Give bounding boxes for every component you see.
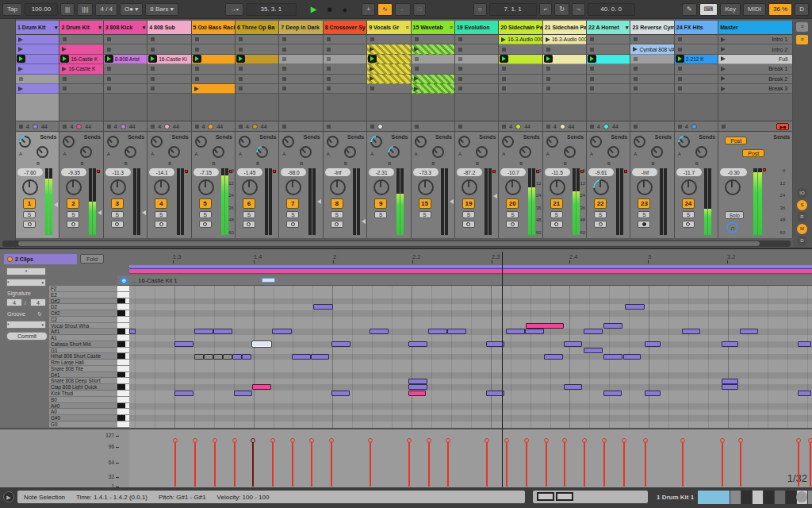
clip-slot[interactable] (104, 44, 147, 54)
volume-slider-handle[interactable] (362, 219, 366, 224)
clip-slot[interactable] (192, 75, 235, 84)
draw-selection-button[interactable]: □ (413, 3, 427, 16)
track-activator-button[interactable]: 5 (199, 198, 212, 209)
midi-note[interactable] (311, 354, 329, 360)
velocity-stem[interactable] (174, 442, 176, 487)
pan-knob[interactable] (593, 179, 609, 195)
clip-slot[interactable]: 16-3-Audio 0002 (499, 35, 542, 44)
io-overview-icon[interactable]: ≡ (796, 35, 808, 44)
send-a-knob[interactable] (546, 136, 558, 148)
send-b-knob[interactable] (564, 146, 576, 158)
clip-slot[interactable] (587, 55, 630, 64)
velocity-stem[interactable] (194, 442, 196, 487)
pan-knob[interactable] (198, 179, 214, 195)
track-volume-value[interactable]: -1.45 (237, 168, 262, 176)
clip-slot[interactable] (543, 64, 586, 74)
clip-stop-row[interactable] (412, 121, 454, 132)
track-header[interactable]: 15 Wavetab≡ (412, 21, 454, 35)
loop-switch-icon[interactable]: ○ (473, 3, 487, 16)
clip-slot[interactable] (455, 44, 498, 54)
clip-slot[interactable] (59, 84, 102, 94)
track-activator-button[interactable]: 22 (594, 198, 607, 209)
velocity-stem[interactable] (428, 442, 430, 487)
solo-button[interactable]: S (594, 211, 607, 218)
velocity-stem[interactable] (311, 442, 312, 487)
velocity-stem[interactable] (798, 442, 799, 487)
midi-note[interactable] (506, 329, 525, 334)
send-b-knob[interactable] (300, 146, 312, 158)
pan-knob[interactable] (505, 179, 521, 195)
solo-button[interactable]: S (243, 211, 255, 218)
master-volume-value[interactable]: -0.30 (720, 168, 747, 176)
mixer-section-toggle-d[interactable]: D (797, 236, 807, 246)
loop-length-field[interactable]: 40. 0. 0 (588, 3, 635, 16)
clip-slot[interactable] (147, 75, 190, 84)
send-b-knob[interactable] (695, 146, 707, 158)
solo-button[interactable]: S (638, 211, 650, 218)
solo-button[interactable]: S (331, 211, 343, 218)
pan-knob[interactable] (110, 179, 126, 195)
stop-all-clips-button[interactable]: ▶■ (776, 123, 789, 130)
track-activator-button[interactable]: 8 (331, 198, 343, 209)
track-header[interactable]: 6 Three Op Ba (236, 21, 278, 35)
white-key[interactable] (117, 323, 129, 329)
velocity-stem[interactable] (603, 442, 605, 487)
send-a-knob[interactable] (19, 136, 31, 148)
track-volume-value[interactable]: -11.5 (545, 168, 570, 176)
velocity-stem[interactable] (645, 442, 646, 487)
solo-button[interactable]: S (67, 211, 79, 218)
track-header[interactable]: 7 Deep in Dark (279, 21, 322, 35)
solo-button[interactable]: S (419, 211, 431, 218)
clip-slot[interactable] (236, 44, 278, 54)
clip-slot[interactable] (675, 35, 718, 44)
arm-button[interactable] (286, 221, 299, 228)
clip-slot[interactable] (236, 84, 278, 94)
midi-note[interactable] (234, 391, 252, 396)
clip-slot[interactable] (147, 44, 190, 54)
midi-note[interactable] (232, 354, 242, 360)
midi-note[interactable] (740, 329, 758, 334)
beat-ruler[interactable]: 1.31.422.22.32.433.2 (129, 252, 812, 264)
arm-button[interactable] (23, 221, 36, 228)
velocity-stem[interactable] (370, 442, 371, 487)
velocity-stem[interactable] (447, 442, 449, 487)
track-header[interactable]: 9 Vocals Gr≡ (367, 21, 410, 35)
volume-slider-handle[interactable] (142, 210, 146, 215)
arm-button[interactable] (199, 221, 212, 228)
midi-note[interactable] (252, 384, 271, 390)
piano-keys[interactable] (117, 286, 129, 428)
clip-slot[interactable] (16, 55, 59, 64)
volume-slider-handle[interactable] (493, 194, 497, 198)
midi-note[interactable] (213, 354, 223, 360)
clip-slot[interactable] (630, 55, 673, 64)
black-key[interactable] (117, 298, 129, 305)
pan-knob[interactable] (550, 179, 565, 195)
black-key[interactable] (117, 415, 129, 421)
send-b-knob[interactable] (256, 146, 268, 158)
clip-slot[interactable] (192, 35, 235, 44)
track-activator-button[interactable]: 3 (111, 198, 124, 209)
clip-slot[interactable] (324, 55, 366, 64)
clip-slot[interactable] (279, 55, 322, 64)
back-to-arrangement-button[interactable]: ← (395, 3, 411, 16)
send-a-knob[interactable] (634, 136, 645, 148)
velocity-stem[interactable] (682, 442, 684, 487)
clip-slot[interactable] (236, 64, 278, 74)
midi-note[interactable] (204, 354, 213, 360)
master-pan-knob[interactable] (725, 179, 741, 195)
clip-slot[interactable] (279, 35, 322, 44)
track-volume-value[interactable]: -73.3 (413, 168, 439, 176)
send-b-knob[interactable] (651, 146, 663, 158)
velocity-stem[interactable] (486, 442, 488, 487)
clip-slot[interactable] (59, 35, 102, 44)
clip-slot[interactable] (455, 35, 498, 44)
clip-slot[interactable] (147, 84, 190, 94)
track-volume-value[interactable]: -9.61 (588, 168, 614, 176)
send-b-knob[interactable] (168, 146, 180, 158)
clip-slot[interactable] (192, 64, 235, 74)
black-key[interactable] (117, 341, 129, 348)
clip-slot[interactable] (104, 84, 147, 94)
clip-stop-row[interactable]: 444 (104, 121, 147, 132)
clip-slot[interactable] (499, 55, 542, 64)
white-key[interactable] (117, 348, 129, 354)
